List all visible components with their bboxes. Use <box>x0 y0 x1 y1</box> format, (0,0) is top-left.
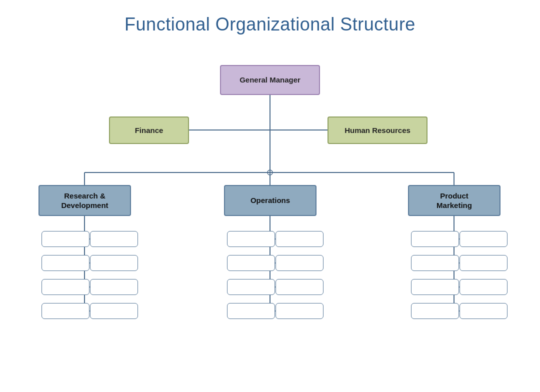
pm-sub-box-l2 <box>411 255 459 271</box>
ops-sub-box-l4 <box>227 303 275 319</box>
page-title: Functional Organizational Structure <box>0 0 540 35</box>
pm-label: ProductMarketing <box>436 191 472 210</box>
ops-box: Operations <box>224 185 316 216</box>
pm-sub-box-r2 <box>460 255 508 271</box>
rd-label: Research &Development <box>61 191 108 210</box>
rd-sub-box-r3 <box>90 279 138 295</box>
pm-sub-box-r4 <box>460 303 508 319</box>
pm-sub-box-r3 <box>460 279 508 295</box>
pm-sub-box-r1 <box>460 231 508 247</box>
finance-label: Finance <box>135 126 164 136</box>
svg-point-9 <box>268 170 272 175</box>
gm-label: General Manager <box>240 75 300 85</box>
ops-sub-box-r4 <box>276 303 324 319</box>
rd-sub-box-l2 <box>42 255 90 271</box>
pm-box: ProductMarketing <box>408 185 500 216</box>
finance-box: Finance <box>109 116 189 144</box>
pm-sub-box-l4 <box>411 303 459 319</box>
gm-box: General Manager <box>220 65 320 95</box>
rd-sub-box-l3 <box>42 279 90 295</box>
hr-box: Human Resources <box>328 116 428 144</box>
ops-sub-box-l3 <box>227 279 275 295</box>
rd-sub-box-l4 <box>42 303 90 319</box>
pm-sub-box-l1 <box>411 231 459 247</box>
ops-sub-box-l1 <box>227 231 275 247</box>
ops-sub-box-r3 <box>276 279 324 295</box>
rd-sub-box-r1 <box>90 231 138 247</box>
rd-sub-box-r2 <box>90 255 138 271</box>
page: Functional Organizational Structure <box>0 0 540 392</box>
pm-sub-box-l3 <box>411 279 459 295</box>
rd-sub-box-r4 <box>90 303 138 319</box>
hr-label: Human Resources <box>344 126 410 136</box>
ops-sub-box-r1 <box>276 231 324 247</box>
ops-sub-box-l2 <box>227 255 275 271</box>
ops-sub-box-r2 <box>276 255 324 271</box>
rd-sub-box-l1 <box>42 231 90 247</box>
ops-label: Operations <box>250 196 290 206</box>
rd-box: Research &Development <box>38 185 131 216</box>
